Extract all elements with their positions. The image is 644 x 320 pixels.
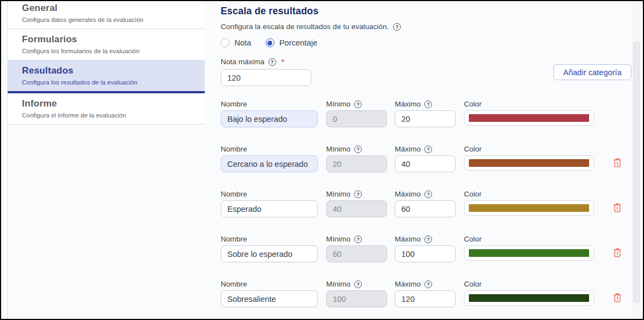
evaluation-settings-page: General Configura datos generales de la … (0, 0, 644, 320)
category-color-swatch (469, 294, 589, 302)
category-name-input[interactable] (221, 110, 318, 127)
category-color-swatch (469, 204, 589, 212)
delete-category-button[interactable] (612, 247, 623, 258)
min-column-label: Mínimo (326, 145, 350, 153)
help-icon[interactable]: ? (424, 100, 432, 108)
name-column-label: Nombre (221, 235, 247, 243)
category-row: Nombre Mínimo ? Máximo ? Color (221, 145, 638, 190)
color-column-label: Color (464, 100, 481, 108)
section-description-text: Configura la escala de resultados de tu … (221, 23, 389, 31)
scale-type-radio-group: Nota Porcentaje (221, 38, 605, 47)
max-grade-label-row: Nota máxima ? * (221, 58, 605, 66)
trash-icon (612, 157, 623, 168)
help-icon[interactable]: ? (354, 100, 362, 108)
sidebar-item-title: Informe (22, 98, 199, 109)
sidebar-item-title: General (22, 3, 199, 14)
max-grade-input[interactable] (221, 69, 311, 86)
sidebar-item-title: Resultados (22, 65, 199, 76)
radio-icon (221, 38, 229, 47)
min-column-label: Mínimo (326, 280, 350, 288)
sidebar-item-subtitle: Configura los resultados de la evaluació… (22, 79, 199, 86)
help-icon[interactable]: ? (424, 190, 432, 198)
name-column-label: Nombre (221, 145, 247, 153)
category-color-swatch (469, 114, 589, 122)
trash-icon (612, 292, 623, 303)
help-icon[interactable]: ? (354, 145, 362, 153)
max-column-label: Máximo (395, 235, 421, 243)
radio-label: Nota (234, 38, 251, 47)
category-min-input (326, 245, 387, 262)
radio-nota[interactable]: Nota (221, 38, 251, 47)
name-column-label: Nombre (221, 190, 247, 198)
category-max-input[interactable] (395, 200, 456, 217)
color-column-label: Color (464, 190, 481, 198)
trash-icon (612, 247, 623, 258)
min-column-label: Mínimo (326, 190, 350, 198)
max-column-label: Máximo (395, 145, 421, 153)
help-icon[interactable]: ? (424, 235, 432, 243)
category-max-input[interactable] (395, 290, 456, 307)
category-color-picker[interactable] (464, 245, 594, 261)
help-icon[interactable]: ? (354, 235, 362, 243)
page-title: Escala de resultados (221, 5, 605, 17)
category-max-input[interactable] (395, 245, 456, 262)
delete-category-button[interactable] (612, 292, 623, 303)
results-scale-section: Escala de resultados Configura la escala… (221, 2, 605, 86)
max-grade-label: Nota máxima (221, 58, 265, 66)
help-icon[interactable]: ? (424, 145, 432, 153)
help-icon[interactable]: ? (393, 23, 401, 31)
sidebar-item-informe[interactable]: Informe Configura el informe de la evalu… (8, 93, 205, 125)
scrollbar-thumb[interactable] (634, 41, 640, 303)
category-row: Nombre Mínimo ? Máximo ? Color (221, 100, 638, 145)
scrollbar-track[interactable] (632, 1, 640, 319)
category-color-swatch (469, 159, 589, 167)
sidebar-item-title: Formularios (22, 34, 199, 45)
category-list: Nombre Mínimo ? Máximo ? Color (221, 100, 638, 320)
category-min-input (326, 110, 387, 127)
category-name-input[interactable] (221, 290, 318, 307)
add-category-button[interactable]: Añadir categoría (553, 64, 631, 80)
category-color-picker[interactable] (464, 200, 594, 216)
color-column-label: Color (464, 145, 481, 153)
color-column-label: Color (464, 280, 481, 288)
help-icon[interactable]: ? (354, 280, 362, 288)
max-column-label: Máximo (395, 280, 421, 288)
radio-label: Porcentaje (279, 38, 317, 47)
delete-category-button[interactable] (612, 202, 623, 213)
radio-porcentaje[interactable]: Porcentaje (266, 38, 317, 47)
category-name-input[interactable] (221, 155, 318, 172)
trash-icon (612, 202, 623, 213)
min-column-label: Mínimo (326, 235, 350, 243)
name-column-label: Nombre (221, 100, 247, 108)
help-icon[interactable]: ? (354, 190, 362, 198)
section-description: Configura la escala de resultados de tu … (221, 23, 605, 31)
sidebar-item-general[interactable]: General Configura datos generales de la … (8, 1, 205, 29)
category-row: Nombre Mínimo ? Máximo ? Color (221, 280, 638, 320)
delete-category-button[interactable] (612, 157, 623, 168)
category-color-picker[interactable] (464, 290, 594, 306)
category-min-input (326, 290, 387, 307)
category-row: Nombre Mínimo ? Máximo ? Color (221, 190, 638, 235)
help-icon[interactable]: ? (268, 58, 276, 66)
category-max-input[interactable] (395, 155, 456, 172)
category-row: Nombre Mínimo ? Máximo ? Color (221, 235, 638, 280)
sidebar: General Configura datos generales de la … (8, 1, 205, 125)
radio-icon (266, 38, 275, 47)
help-icon[interactable]: ? (424, 280, 432, 288)
sidebar-item-subtitle: Configura los formularios de la evaluaci… (22, 48, 199, 54)
color-column-label: Color (464, 235, 481, 243)
category-max-input[interactable] (395, 110, 456, 127)
category-color-picker[interactable] (464, 110, 594, 126)
name-column-label: Nombre (221, 280, 247, 288)
category-name-input[interactable] (221, 200, 318, 217)
category-color-picker[interactable] (464, 155, 594, 171)
sidebar-item-formularios[interactable]: Formularios Configura los formularios de… (8, 29, 205, 60)
required-asterisk: * (282, 58, 284, 66)
category-min-input (326, 155, 387, 172)
sidebar-item-resultados[interactable]: Resultados Configura los resultados de l… (8, 60, 205, 93)
category-min-input (326, 200, 387, 217)
category-color-swatch (469, 249, 589, 257)
max-column-label: Máximo (395, 190, 421, 198)
sidebar-item-subtitle: Configura datos generales de la evaluaci… (22, 16, 199, 23)
category-name-input[interactable] (221, 245, 318, 262)
